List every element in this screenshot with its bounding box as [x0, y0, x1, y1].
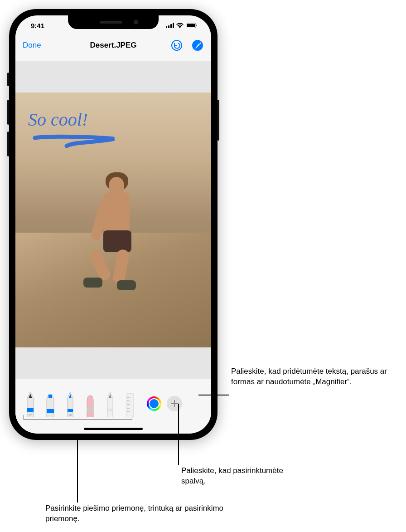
marker-tool[interactable] — [42, 388, 59, 417]
svg-rect-10 — [48, 395, 52, 398]
battery-icon — [186, 23, 198, 28]
callout-add-line — [198, 395, 229, 395]
pencil-tool[interactable]: 50 — [62, 388, 79, 417]
file-title: Desert.JPEG — [90, 41, 137, 50]
svg-rect-1 — [168, 25, 169, 28]
markup-toolbar: 97 50 — [15, 381, 211, 423]
lasso-tool[interactable] — [102, 388, 119, 417]
wifi-icon — [176, 23, 184, 28]
svg-rect-9 — [27, 408, 34, 412]
power-button — [218, 100, 219, 141]
screen: 9:41 Done Desert.JPEG — [15, 15, 211, 434]
volume-down-button — [7, 132, 9, 156]
cellular-icon — [166, 23, 174, 28]
notch — [68, 15, 159, 29]
markup-icon — [192, 39, 203, 51]
callout-color: Palieskite, kad pasirinktumėte spalvą. — [181, 466, 308, 487]
tools-bracket — [24, 415, 132, 420]
markup-annotation-text[interactable]: So cool! — [28, 109, 88, 130]
svg-rect-2 — [170, 24, 172, 28]
callout-tools-line — [77, 435, 78, 503]
svg-rect-5 — [187, 24, 195, 27]
callout-add: Palieskite, kad pridėtumėte tekstą, para… — [231, 366, 399, 387]
home-indicator[interactable] — [84, 428, 143, 430]
plus-icon — [170, 400, 179, 408]
ruler-tool[interactable] — [121, 388, 139, 417]
volume-up-button — [7, 100, 9, 125]
svg-rect-3 — [173, 23, 174, 28]
pen-tool[interactable]: 97 — [22, 388, 39, 417]
markup-button[interactable] — [191, 39, 204, 52]
color-picker-button[interactable] — [147, 396, 161, 411]
undo-button[interactable] — [170, 39, 183, 52]
status-icons — [166, 23, 200, 28]
svg-rect-12 — [68, 409, 73, 412]
nav-bar: Done Desert.JPEG — [15, 35, 211, 55]
person-figure — [90, 177, 153, 295]
add-button[interactable] — [167, 396, 182, 411]
markup-drawn-line[interactable] — [33, 133, 123, 151]
status-time: 9:41 — [26, 22, 44, 29]
undo-icon — [171, 39, 183, 51]
canvas-area[interactable]: So cool! — [15, 61, 211, 379]
svg-rect-6 — [196, 24, 197, 26]
callout-color-line — [178, 404, 179, 465]
photo: So cool! — [15, 93, 211, 347]
eraser-tool[interactable] — [82, 388, 99, 417]
phone-frame: 9:41 Done Desert.JPEG — [9, 9, 218, 440]
callout-tools: Pasirinkite piešimo priemonę, trintuką a… — [45, 503, 236, 524]
svg-rect-0 — [166, 26, 167, 28]
svg-rect-13 — [87, 407, 93, 412]
silent-switch — [7, 73, 9, 86]
svg-rect-11 — [47, 409, 54, 413]
done-button[interactable]: Done — [23, 41, 41, 50]
